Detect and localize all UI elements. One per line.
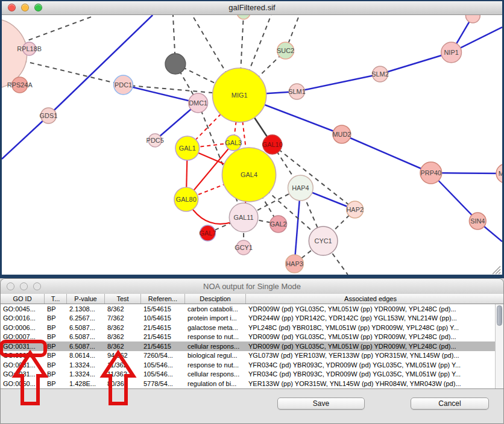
node-label-gal2: GAL2 bbox=[270, 220, 287, 228]
edge-blue[interactable] bbox=[2, 116, 48, 159]
cell-go_id: GO:0031... bbox=[1, 370, 45, 378]
column-header-description[interactable]: Desciption bbox=[185, 294, 246, 304]
table-row[interactable]: GO:0031...BP6.5087...8/36221/54615cellul… bbox=[1, 341, 495, 351]
cell-reference: 21/54615 bbox=[141, 333, 185, 340]
cell-test: 11/362 bbox=[105, 361, 141, 369]
node-label-pdc1: PDC1 bbox=[115, 81, 132, 89]
cell-description: cellular respons... bbox=[185, 370, 246, 378]
cell-go_id: GO:0006... bbox=[1, 324, 45, 331]
node-label-nip1: NIP1 bbox=[444, 49, 458, 56]
edge-blue[interactable] bbox=[297, 74, 380, 92]
network-titlebar[interactable]: galFiltered.sif bbox=[2, 1, 502, 15]
resize-handle[interactable] bbox=[493, 266, 500, 274]
close-button[interactable] bbox=[7, 282, 14, 290]
window-controls bbox=[8, 4, 42, 11]
node-label-gal3: GAL3 bbox=[225, 139, 242, 146]
cell-p_value: 6.5087... bbox=[67, 343, 105, 350]
cell-description: galactose meta... bbox=[185, 324, 246, 331]
cell-associated_edges: YDR009W (pd) YGL035C, YML051W (pp) YDR00… bbox=[246, 333, 495, 340]
network-window: galFiltered.sif RPL18BRPS24AGDS1PDC1MIG1… bbox=[0, 0, 504, 278]
noa-titlebar[interactable]: NOA output for Single Mode bbox=[1, 279, 503, 295]
node-topgreen[interactable] bbox=[237, 15, 250, 19]
cell-description: cellular respons... bbox=[185, 343, 246, 350]
node-label-cyc1: CYC1 bbox=[315, 237, 332, 245]
node-label-hap3: HAP3 bbox=[286, 260, 303, 267]
cell-go_id: GO:0031... bbox=[1, 361, 45, 369]
cell-type: BP bbox=[45, 314, 67, 322]
table-row[interactable]: GO:0007...BP6.5087...8/36221/54615respon… bbox=[1, 332, 495, 342]
minimize-button[interactable] bbox=[20, 282, 28, 290]
zoom-button[interactable] bbox=[33, 282, 41, 290]
cell-type: BP bbox=[45, 324, 67, 331]
table-scrollbar[interactable] bbox=[495, 304, 503, 388]
cell-associated_edges: YDR009W (pd) YGL035C, YML051W (pp) YDR00… bbox=[246, 305, 495, 313]
table-row[interactable]: GO:0031...BP1.3324...11/362105/546...cel… bbox=[1, 370, 495, 379]
node-label-gal10: GAL10 bbox=[262, 141, 283, 148]
cell-test: 8/362 bbox=[105, 333, 141, 340]
cell-associated_edges: YPL248C (pd) YBR018C, YML051W (pp) YDR00… bbox=[246, 324, 495, 331]
cell-associated_edges: YFR034C (pd) YBR093C, YDR009W (pd) YGL03… bbox=[246, 370, 495, 378]
zoom-button[interactable] bbox=[34, 4, 42, 11]
node-label-suc2: SUC2 bbox=[277, 47, 294, 54]
node-label-gal11: GAL11 bbox=[234, 214, 254, 221]
cell-type: BP bbox=[45, 380, 67, 387]
column-header-associated_edges[interactable]: Associated edges bbox=[246, 294, 495, 304]
column-header-test[interactable]: Test bbox=[105, 294, 141, 304]
cell-go_id: GO:0065... bbox=[1, 352, 45, 359]
node-label-msn: MSN bbox=[499, 170, 502, 177]
cell-description: biological regul... bbox=[185, 352, 246, 359]
cell-type: BP bbox=[45, 343, 67, 350]
cell-description: regulation of bi... bbox=[185, 380, 246, 387]
cancel-button[interactable]: Cancel bbox=[411, 398, 489, 410]
cell-test: 8/362 bbox=[105, 343, 141, 350]
column-header-p_value[interactable]: P-value bbox=[67, 294, 105, 304]
noa-window-title: NOA output for Single Mode bbox=[203, 282, 301, 291]
cell-p_value: 1.428E... bbox=[67, 380, 105, 387]
table-row[interactable]: GO:0006...BP6.5087...8/36221/54615galact… bbox=[1, 323, 495, 332]
window-controls bbox=[7, 282, 41, 290]
node-label-hap2: HAP2 bbox=[347, 206, 364, 213]
cell-go_id: GO:0007... bbox=[1, 333, 45, 340]
cell-type: BP bbox=[45, 370, 67, 378]
edge-blue[interactable] bbox=[48, 15, 153, 116]
save-button[interactable]: Save bbox=[277, 398, 365, 410]
cell-go_id: GO:0050... bbox=[1, 380, 45, 387]
cell-associated_edges: YER133W (pp) YOR315W, YNL145W (pd) YHR08… bbox=[246, 380, 495, 387]
scrollbar-thumb[interactable] bbox=[497, 305, 502, 326]
cell-go_id: GO:0031... bbox=[1, 343, 45, 350]
edge-dashed[interactable] bbox=[272, 145, 355, 210]
column-header-type[interactable]: T... bbox=[45, 294, 67, 304]
table-row[interactable]: GO:0065...BP8.0614...94/3627260/54...bio… bbox=[1, 351, 495, 361]
cell-type: BP bbox=[45, 352, 67, 359]
node-label-dmc1: DMC1 bbox=[189, 99, 207, 107]
node-label-prp40: PRP40 bbox=[421, 169, 442, 176]
edge-blue[interactable] bbox=[380, 52, 451, 74]
network-window-title: galFiltered.sif bbox=[228, 3, 275, 12]
node-label-mud2: MUD2 bbox=[332, 131, 351, 138]
cell-description: response to nut... bbox=[185, 361, 246, 369]
node-label-slm2: SLM2 bbox=[371, 70, 389, 78]
node-label-rps24a: RPS24A bbox=[7, 81, 33, 89]
nodes-layer: RPL18BRPS24AGDS1PDC1MIG1DMC1SUC2SLM1SLM2… bbox=[2, 15, 502, 273]
edge-blue[interactable] bbox=[342, 134, 431, 173]
node-toppink[interactable] bbox=[465, 15, 480, 23]
table-row[interactable]: GO:0050...BP1.428E...80/3625778/54...reg… bbox=[1, 379, 495, 388]
table-row[interactable]: GO:0031...BP1.3324...11/362105/546...res… bbox=[1, 360, 495, 370]
network-canvas[interactable]: RPL18BRPS24AGDS1PDC1MIG1DMC1SUC2SLM1SLM2… bbox=[2, 15, 502, 275]
close-button[interactable] bbox=[8, 4, 16, 11]
node-label-rpl18b: RPL18B bbox=[17, 45, 42, 52]
cell-test: 11/362 bbox=[105, 370, 141, 378]
cell-associated_edges: YFR034C (pd) YBR093C, YDR009W (pd) YGL03… bbox=[246, 361, 495, 369]
table-row[interactable]: GO:0016...BP6.2567...7/36210/54615protei… bbox=[1, 314, 495, 323]
node-label-gal1: GAL1 bbox=[179, 145, 196, 152]
cell-p_value: 1.3324... bbox=[67, 370, 105, 378]
edge-blue[interactable] bbox=[124, 85, 198, 103]
cell-reference: 21/54615 bbox=[141, 343, 185, 350]
table-row[interactable]: GO:0045...BP2.1308...8/36215/54615carbon… bbox=[1, 304, 495, 314]
cell-test: 80/362 bbox=[105, 380, 141, 387]
minimize-button[interactable] bbox=[21, 4, 29, 11]
column-header-go_id[interactable]: GO ID bbox=[1, 294, 45, 304]
column-header-reference[interactable]: Referen... bbox=[141, 294, 185, 304]
cell-associated_edges: YDR244W (pp) YDR142C, YDR142C (pp) YGL15… bbox=[246, 314, 495, 322]
node-darknode[interactable] bbox=[165, 54, 186, 74]
